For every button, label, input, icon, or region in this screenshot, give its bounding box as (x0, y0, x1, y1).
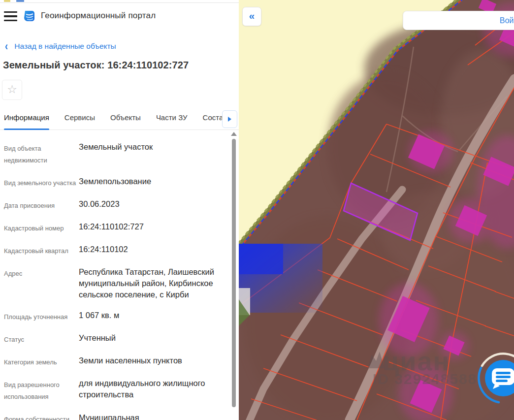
field-value: Учтенный (79, 332, 232, 344)
field-label: Кадастровый номер (4, 221, 79, 234)
field-value: 16:24:110102:727 (79, 221, 232, 232)
info-row: Вид разрешенного использованиядля индиви… (4, 373, 232, 407)
info-row: АдресРеспублика Татарстан, Лаишевский му… (4, 261, 232, 305)
back-link[interactable]: ‹ Назад в найденные объекты (5, 41, 239, 51)
geoportal-app: Геоинформационный портал ‹ Назад в найде… (0, 0, 514, 420)
tab-объекты[interactable]: Объекты (110, 112, 141, 129)
map-toolbar: Войти (403, 11, 514, 30)
info-row: Вид земельного участкаЗемлепользование (4, 171, 232, 194)
info-row: Дата присвоения30.06.2023 (4, 194, 232, 216)
field-value: Муниципальная (79, 412, 232, 420)
field-value: Земельный участок (79, 141, 232, 153)
info-row: Категория земельЗемли населенных пунктов (4, 350, 232, 373)
field-value: для индивидуального жилищного строительс… (79, 378, 232, 400)
tab-части-зу[interactable]: Части ЗУ (156, 112, 188, 129)
field-value: 16:24:110102 (79, 244, 232, 255)
field-label: Дата присвоения (4, 198, 79, 212)
field-value: Землепользование (79, 176, 232, 187)
tab-bar: ИнформацияСервисыОбъектыЧасти ЗУСостав (0, 112, 239, 130)
field-label: Вид земельного участка (4, 176, 79, 189)
scrollbar-thumb[interactable] (232, 139, 236, 407)
field-value: 1 067 кв. м (79, 310, 232, 321)
info-field-list: Вид объекта недвижимостиЗемельный участо… (0, 130, 232, 420)
object-info-panel: Геоинформационный портал ‹ Назад в найде… (0, 3, 239, 420)
menu-icon[interactable] (4, 11, 18, 21)
tab-информация[interactable]: Информация (4, 112, 49, 129)
field-label: Площадь уточненная (4, 310, 79, 323)
login-button[interactable]: Войти (500, 16, 514, 25)
info-row: Форма собственностиМуниципальная (4, 407, 232, 420)
field-value: Республика Татарстан, Лаишевский муницип… (79, 266, 232, 300)
collapse-panel-button[interactable]: « (242, 7, 261, 26)
field-label: Статус (4, 332, 79, 346)
chevron-left-icon: ‹ (5, 40, 8, 52)
map-viewport[interactable]: циан ID 329248588 « Войти (239, 0, 514, 420)
scroll-up-arrow[interactable] (231, 132, 237, 136)
app-title: Геоинформационный портал (41, 11, 156, 21)
page-title: Земельный участок: 16:24:110102:727 (3, 60, 239, 71)
info-row: Площадь уточненная1 067 кв. м (4, 305, 232, 327)
portal-logo-icon (23, 9, 36, 23)
double-chevron-left-icon: « (249, 10, 255, 22)
field-label: Вид разрешенного использования (4, 378, 79, 403)
star-icon: ☆ (7, 84, 17, 95)
map-canvas: циан ID 329248588 (239, 0, 514, 420)
info-row: Кадастровый номер16:24:110102:727 (4, 216, 232, 239)
field-label: Адрес (4, 266, 79, 280)
field-value: Земли населенных пунктов (79, 355, 232, 366)
info-row: Кадастровый квартал16:24:110102 (4, 239, 232, 261)
field-label: Категория земель (4, 355, 79, 368)
field-value: 30.06.2023 (79, 198, 232, 210)
browser-artifact (4, 0, 10, 2)
tabs-scroll-right-button[interactable] (222, 110, 237, 128)
field-label: Кадастровый квартал (4, 244, 79, 257)
watermark-id: ID 329248588 (373, 371, 478, 387)
field-label: Форма собственности (4, 412, 79, 420)
info-row: СтатусУчтенный (4, 327, 232, 350)
triangle-right-icon (228, 117, 231, 122)
panel-header: Геоинформационный портал (0, 3, 239, 29)
browser-artifact (16, 0, 24, 2)
tab-сервисы[interactable]: Сервисы (64, 112, 95, 129)
field-label: Вид объекта недвижимости (4, 141, 79, 166)
favorite-button[interactable]: ☆ (2, 80, 22, 100)
info-row: Вид объекта недвижимостиЗемельный участо… (4, 136, 232, 171)
panel-scrollbar (230, 132, 237, 420)
